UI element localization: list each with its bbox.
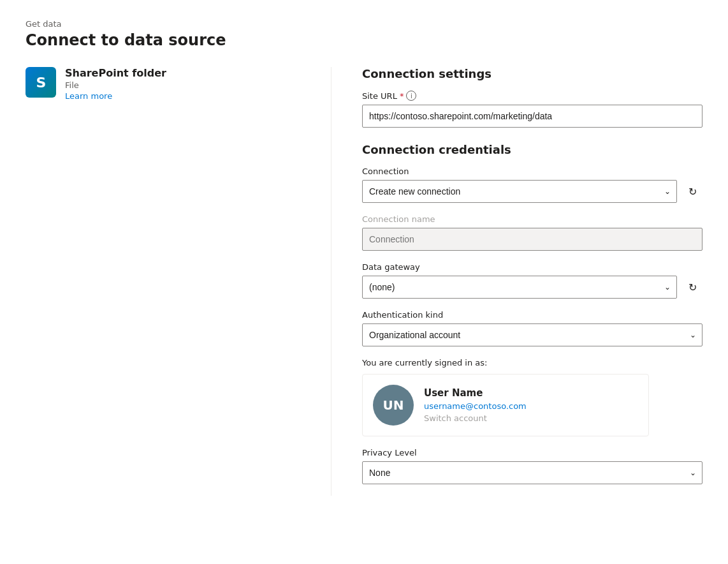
left-panel: S SharePoint folder File Learn more: [25, 67, 331, 496]
user-card: UN User Name username@contoso.com Switch…: [362, 374, 649, 436]
auth-kind-label: Authentication kind: [362, 310, 703, 320]
switch-account-button[interactable]: Switch account: [424, 413, 527, 423]
connection-settings-title: Connection settings: [362, 67, 703, 80]
data-gateway-refresh-button[interactable]: ↻: [682, 277, 703, 297]
credentials-section: Connection credentials Connection Create…: [362, 143, 703, 484]
privacy-level-field: Privacy Level None ⌄: [362, 448, 703, 484]
page-title: Connect to data source: [25, 31, 703, 49]
site-url-info-icon[interactable]: i: [406, 91, 416, 101]
site-url-label: Site URL * i: [362, 91, 703, 101]
data-gateway-field: Data gateway (none) ⌄ ↻: [362, 262, 703, 299]
data-gateway-refresh-icon: ↻: [688, 281, 697, 293]
connection-row: Create new connection ⌄ ↻: [362, 180, 703, 203]
user-email: username@contoso.com: [424, 401, 527, 411]
privacy-level-label: Privacy Level: [362, 448, 703, 457]
privacy-level-dropdown-wrapper: None ⌄: [362, 461, 703, 484]
auth-kind-field: Authentication kind Organizational accou…: [362, 310, 703, 346]
data-gateway-row: (none) ⌄ ↻: [362, 276, 703, 299]
connection-name-label: Connection name: [362, 214, 703, 224]
auth-kind-dropdown-wrapper: Organizational account ⌄: [362, 323, 703, 346]
connector-icon: S: [25, 67, 56, 98]
breadcrumb: Get data: [25, 19, 703, 29]
connector-details: SharePoint folder File Learn more: [65, 67, 166, 101]
right-panel: Connection settings Site URL * i Connect…: [331, 67, 703, 496]
connection-field: Connection Create new connection ⌄ ↻: [362, 167, 703, 203]
connection-name-field: Connection name: [362, 214, 703, 251]
site-url-input[interactable]: [362, 105, 703, 128]
data-gateway-dropdown-wrapper: (none) ⌄: [362, 276, 677, 299]
connection-label: Connection: [362, 167, 703, 176]
connector-name: SharePoint folder: [65, 67, 166, 79]
learn-more-link[interactable]: Learn more: [65, 91, 166, 101]
data-gateway-label: Data gateway: [362, 262, 703, 272]
signed-in-label: You are currently signed in as:: [362, 358, 703, 367]
refresh-icon: ↻: [688, 186, 697, 198]
data-gateway-dropdown[interactable]: (none): [362, 276, 677, 299]
connection-name-input[interactable]: [362, 228, 703, 251]
auth-kind-dropdown[interactable]: Organizational account: [362, 323, 703, 346]
user-avatar: UN: [373, 385, 414, 426]
site-url-field: Site URL * i: [362, 91, 703, 128]
connector-info: S SharePoint folder File Learn more: [25, 67, 305, 101]
connector-type: File: [65, 80, 166, 90]
privacy-level-dropdown[interactable]: None: [362, 461, 703, 484]
user-details: User Name username@contoso.com Switch ac…: [424, 387, 527, 423]
user-name: User Name: [424, 387, 527, 399]
connection-dropdown[interactable]: Create new connection: [362, 180, 677, 203]
connection-refresh-button[interactable]: ↻: [682, 181, 703, 202]
credentials-title: Connection credentials: [362, 143, 703, 156]
connection-dropdown-wrapper: Create new connection ⌄: [362, 180, 677, 203]
required-indicator: *: [400, 91, 404, 101]
signed-in-section: You are currently signed in as: UN User …: [362, 358, 703, 436]
